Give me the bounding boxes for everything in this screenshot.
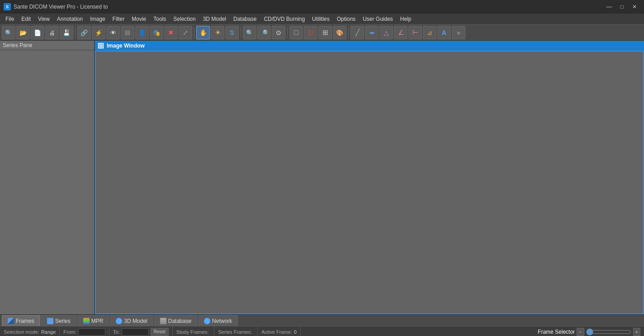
zoom-out-button[interactable] [257, 26, 271, 39]
title-text: Sante DICOM Viewer Pro - Licensed to [14, 4, 603, 10]
3dmodel-tab-icon [116, 318, 122, 324]
selection-mode-label: Selection mode: [4, 329, 39, 335]
minimize-button[interactable]: — [603, 2, 615, 11]
frame-next-button[interactable]: + [633, 328, 640, 336]
line-button[interactable] [350, 26, 364, 39]
eye-button[interactable] [106, 26, 120, 39]
bottom-tabs: Frames Series MPR 3D Model Database Netw… [0, 314, 644, 326]
active-frame-label: Active Frame: [261, 329, 292, 335]
from-label: From: [63, 329, 76, 335]
series-frames-section: Series Frames: [214, 326, 258, 336]
open-folder-button[interactable] [16, 26, 30, 39]
menu-edit[interactable]: Edit [18, 14, 34, 24]
3dmodel-tab-label: 3D Model [124, 318, 147, 324]
reset-button[interactable]: Reset [151, 328, 169, 336]
fullscreen-button[interactable] [179, 26, 192, 39]
frames-tab-label: Frames [16, 318, 34, 324]
database-tab-icon [160, 318, 166, 324]
image-window-titlebar: Image Window [95, 41, 644, 51]
pan-button[interactable] [196, 26, 210, 39]
flip-button[interactable] [225, 26, 239, 39]
text-annotation-button[interactable] [437, 26, 451, 39]
color-button[interactable] [333, 26, 346, 39]
image-window-title: Image Window [107, 43, 145, 49]
mpr-tab-label: MPR [91, 318, 104, 324]
study-frames-label: Study Frames: [176, 329, 209, 335]
menu-userguides[interactable]: User Guides [359, 14, 397, 24]
menu-filter[interactable]: Filter [109, 14, 128, 24]
brightness-button[interactable] [211, 26, 224, 39]
print-button[interactable] [45, 26, 59, 39]
roi-button[interactable] [423, 26, 436, 39]
menu-bar: File Edit View Annotation Image Filter M… [0, 14, 644, 24]
menu-3dmodel[interactable]: 3D Model [199, 14, 230, 24]
menu-cddvd[interactable]: CD/DVD Burning [260, 14, 308, 24]
stack-button[interactable] [121, 26, 134, 39]
tab-frames[interactable]: Frames [2, 315, 40, 326]
measure-button[interactable] [408, 26, 422, 39]
series-pane-header: Series Pane [0, 41, 94, 50]
series-pane-content [0, 50, 94, 314]
search-open-button[interactable] [2, 26, 15, 39]
mpr-tab-icon [83, 318, 90, 324]
tab-network[interactable]: Network [198, 315, 238, 326]
menu-options[interactable]: Options [333, 14, 359, 24]
link-button[interactable] [77, 26, 91, 39]
active-frame-value: 0 [294, 329, 297, 335]
menu-annotation[interactable]: Annotation [53, 14, 86, 24]
arrow-button[interactable] [365, 26, 379, 39]
menu-file[interactable]: File [2, 14, 18, 24]
status-bar: Selection mode: Range From: To: Reset St… [0, 326, 644, 336]
wand-button[interactable] [92, 26, 105, 39]
frame-slider[interactable] [586, 328, 631, 336]
new-button[interactable] [31, 26, 44, 39]
tab-series[interactable]: Series [41, 315, 76, 326]
frames-tab-icon [8, 318, 14, 324]
angle-button[interactable] [394, 26, 407, 39]
to-label: To: [113, 329, 120, 335]
tab-database[interactable]: Database [154, 315, 197, 326]
image-canvas[interactable] [95, 51, 644, 314]
circle-roi-button[interactable] [304, 26, 317, 39]
menu-utilities[interactable]: Utilities [308, 14, 333, 24]
from-input[interactable] [78, 328, 105, 336]
menu-help[interactable]: Help [397, 14, 415, 24]
menu-database[interactable]: Database [230, 14, 260, 24]
window-controls: — □ ✕ [603, 2, 640, 11]
main-area: Series Pane Image Window [0, 41, 644, 314]
image-window-container: Image Window [95, 41, 644, 314]
zoom-fit-button[interactable] [272, 26, 285, 39]
rect-sel-button[interactable] [318, 26, 332, 39]
series-tab-label: Series [55, 318, 71, 324]
selection-mode-section: Selection mode: Range [0, 326, 60, 336]
tab-mpr[interactable]: MPR [77, 315, 109, 326]
toolbar-sep-1 [75, 27, 76, 38]
tab-3dmodel[interactable]: 3D Model [110, 315, 153, 326]
close-image-button[interactable] [164, 26, 178, 39]
title-bar: S Sante DICOM Viewer Pro - Licensed to —… [0, 0, 644, 14]
frame-selector-section: Frame Selector − + [534, 326, 644, 336]
menu-tools[interactable]: Tools [150, 14, 170, 24]
toolbar-sep-2 [194, 27, 194, 38]
to-input[interactable] [122, 328, 149, 336]
special-filter-button[interactable] [150, 26, 163, 39]
face-button[interactable] [135, 26, 149, 39]
more-button[interactable] [452, 26, 465, 39]
zoom-in-button[interactable] [243, 26, 256, 39]
triangle-button[interactable] [379, 26, 393, 39]
frame-prev-button[interactable]: − [577, 328, 584, 336]
rectangle-button[interactable] [289, 26, 303, 39]
frame-selector-label: Frame Selector [538, 329, 575, 335]
menu-image[interactable]: Image [86, 14, 109, 24]
toolbar-sep-3 [241, 27, 241, 38]
menu-view[interactable]: View [34, 14, 53, 24]
image-window-icon [98, 43, 104, 49]
save-button[interactable] [60, 26, 73, 39]
menu-selection[interactable]: Selection [170, 14, 199, 24]
maximize-button[interactable]: □ [616, 2, 628, 11]
network-tab-label: Network [212, 318, 232, 324]
close-button[interactable]: ✕ [629, 2, 640, 11]
series-pane: Series Pane [0, 41, 95, 314]
menu-movie[interactable]: Movie [128, 14, 150, 24]
to-section: To: Reset [109, 326, 173, 336]
